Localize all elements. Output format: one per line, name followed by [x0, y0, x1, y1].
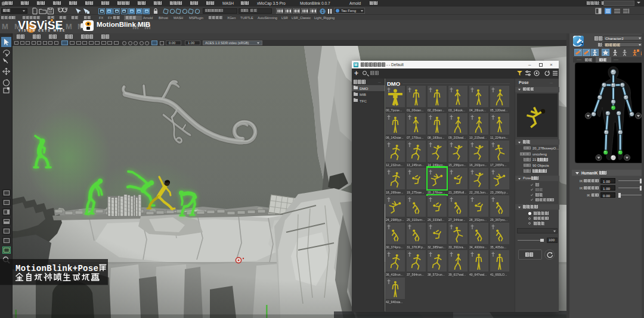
- svg-text:MotionBlink+Pose: MotionBlink+Pose: [16, 264, 98, 273]
